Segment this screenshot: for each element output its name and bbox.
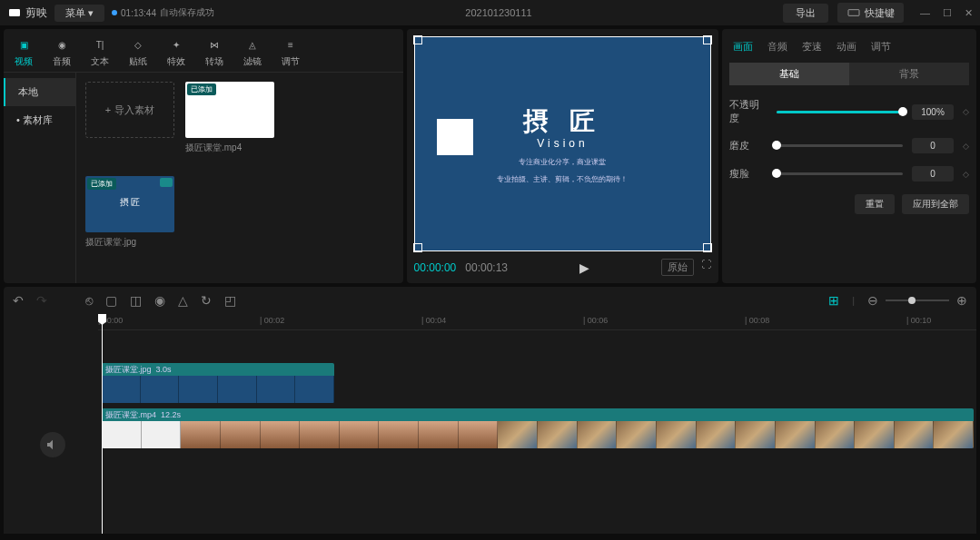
menu-button[interactable]: 菜单 ▾ <box>54 5 104 22</box>
tool-tab-6[interactable]: ◬滤镜 <box>243 36 262 68</box>
snap-button[interactable]: ⊞ <box>828 293 839 308</box>
slider-label: 不透明度 <box>729 98 767 125</box>
slider-value: 0 <box>912 138 954 153</box>
ruler-tick: | 00:06 <box>583 316 608 325</box>
redo-button[interactable]: ↷ <box>36 293 47 308</box>
side-tab-0[interactable]: 本地 <box>4 78 75 106</box>
ruler-tick: | 00:02 <box>260 316 284 325</box>
side-tab-1[interactable]: • 素材库 <box>4 106 75 134</box>
zoom-slider[interactable] <box>886 299 949 301</box>
slider-0[interactable] <box>777 111 903 113</box>
total-time: 00:00:13 <box>465 261 508 274</box>
tool-tab-5[interactable]: ⋈转场 <box>205 36 223 68</box>
slider-label: 磨皮 <box>729 139 767 152</box>
prop-tab-3[interactable]: 动画 <box>836 40 856 54</box>
qr-code <box>437 119 473 155</box>
ratio-button[interactable]: ◫ <box>130 293 142 308</box>
tab-icon: ⋈ <box>206 36 223 53</box>
properties-panel: 画面音频变速动画调节 基础背景 不透明度 100% ◇磨皮 0 ◇瘦脸 0 ◇ … <box>722 29 976 283</box>
prop-tab-0[interactable]: 画面 <box>733 40 753 54</box>
rotate-button[interactable]: ↻ <box>201 293 212 308</box>
media-item[interactable]: 已添加 00:00:13 摄匠课堂.mp4 <box>185 82 274 154</box>
tool-tab-0[interactable]: ▣视频 <box>15 36 33 68</box>
tab-icon: ✦ <box>168 36 184 53</box>
timeline-clip[interactable]: 摄匠课堂.jpg 3.0s <box>102 363 334 403</box>
speaker-icon <box>45 437 60 452</box>
timeline[interactable]: | 00:00| 00:02| 00:04| 00:06| 00:08| 00:… <box>4 314 976 534</box>
sub-tab-0[interactable]: 基础 <box>729 63 849 85</box>
spinner-icon[interactable]: ◇ <box>963 142 969 151</box>
slider-1[interactable] <box>777 144 903 147</box>
autosave-status: 01:13:44 自动保存成功 <box>112 6 214 19</box>
sub-tab-1[interactable]: 背景 <box>849 63 969 85</box>
tab-icon: T| <box>92 36 108 53</box>
plus-icon: + <box>105 104 111 115</box>
slider-value: 0 <box>912 166 954 182</box>
slider-2[interactable] <box>777 172 903 175</box>
tool-tab-1[interactable]: ◉音频 <box>53 36 71 68</box>
zoom-in-button[interactable]: ⊕ <box>956 293 967 308</box>
import-media-button[interactable]: + 导入素材 <box>85 82 174 138</box>
timeline-clip[interactable]: 摄匠课堂.mp4 12.2s <box>102 408 974 448</box>
shortcut-button[interactable]: 快捷键 <box>837 3 904 23</box>
svg-rect-0 <box>9 9 20 16</box>
prop-tab-1[interactable]: 音频 <box>767 40 787 54</box>
spinner-icon[interactable]: ◇ <box>963 170 969 179</box>
undo-button[interactable]: ↶ <box>13 293 24 308</box>
ruler-tick: | 00:04 <box>421 316 446 325</box>
keyboard-icon <box>846 5 861 20</box>
app-icon <box>7 5 22 20</box>
apply-all-button[interactable]: 应用到全部 <box>902 194 969 214</box>
tool-tab-3[interactable]: ◇贴纸 <box>129 36 147 68</box>
prop-tab-4[interactable]: 调节 <box>871 40 891 54</box>
prop-tab-2[interactable]: 变速 <box>802 40 822 54</box>
ratio-button[interactable]: 原始 <box>661 259 694 276</box>
current-time: 00:00:00 <box>414 261 457 274</box>
ruler-tick: | 00:08 <box>745 316 769 325</box>
preview-canvas[interactable]: 摂 匠 Vision 专注商业化分享，商业课堂 专业拍摄、主讲、剪辑，不负您的期… <box>414 36 712 251</box>
track-mute-button[interactable] <box>40 432 65 457</box>
media-type-icon <box>160 178 173 187</box>
speed-button[interactable]: ◉ <box>154 293 165 308</box>
tab-icon: ◇ <box>130 36 146 53</box>
spinner-icon[interactable]: ◇ <box>963 107 969 116</box>
ruler-tick: | 00:10 <box>906 316 931 325</box>
crop-button[interactable]: ◰ <box>224 293 236 308</box>
svg-rect-1 <box>848 10 859 16</box>
zoom-out-button[interactable]: ⊖ <box>867 293 878 308</box>
tab-icon: ▣ <box>15 36 32 53</box>
delete-button[interactable]: ▢ <box>105 293 117 308</box>
close-button[interactable]: ✕ <box>965 7 973 19</box>
titlebar: 剪映 菜单 ▾ 01:13:44 自动保存成功 202101230111 导出 … <box>0 0 980 25</box>
tool-tab-2[interactable]: T|文本 <box>91 36 109 68</box>
app-logo: 剪映 <box>7 5 47 21</box>
minimize-button[interactable]: — <box>920 7 930 19</box>
play-button[interactable]: ▶ <box>517 260 652 275</box>
tool-tab-4[interactable]: ✦特效 <box>167 36 185 68</box>
playhead[interactable] <box>102 314 103 534</box>
project-title: 202101230111 <box>222 7 776 18</box>
tool-tab-7[interactable]: ≡调节 <box>282 36 300 68</box>
tab-icon: ◉ <box>54 36 70 53</box>
export-button[interactable]: 导出 <box>783 4 828 23</box>
maximize-button[interactable]: ☐ <box>943 7 952 19</box>
preview-panel: 摂 匠 Vision 专注商业化分享，商业课堂 专业拍摄、主讲、剪辑，不负您的期… <box>407 29 719 283</box>
split-button[interactable]: ⎋ <box>85 293 93 308</box>
slider-label: 瘦脸 <box>729 167 767 181</box>
media-panel: ▣视频◉音频T|文本◇贴纸✦特效⋈转场◬滤镜≡调节 本地• 素材库 + 导入素材… <box>4 29 403 283</box>
reset-button[interactable]: 重置 <box>855 194 895 214</box>
fullscreen-button[interactable]: ⛶ <box>701 259 711 276</box>
mirror-button[interactable]: △ <box>178 293 188 308</box>
tab-icon: ≡ <box>282 36 299 53</box>
timeline-toolbar: ↶ ↷ ⎋ ▢ ◫ ◉ △ ↻ ◰ ⊞ | ⊖ ⊕ <box>4 287 976 314</box>
tab-icon: ◬ <box>244 36 261 53</box>
slider-value: 100% <box>912 104 954 120</box>
media-item[interactable]: 已添加 摂 匠 摄匠课堂.jpg <box>85 176 174 249</box>
